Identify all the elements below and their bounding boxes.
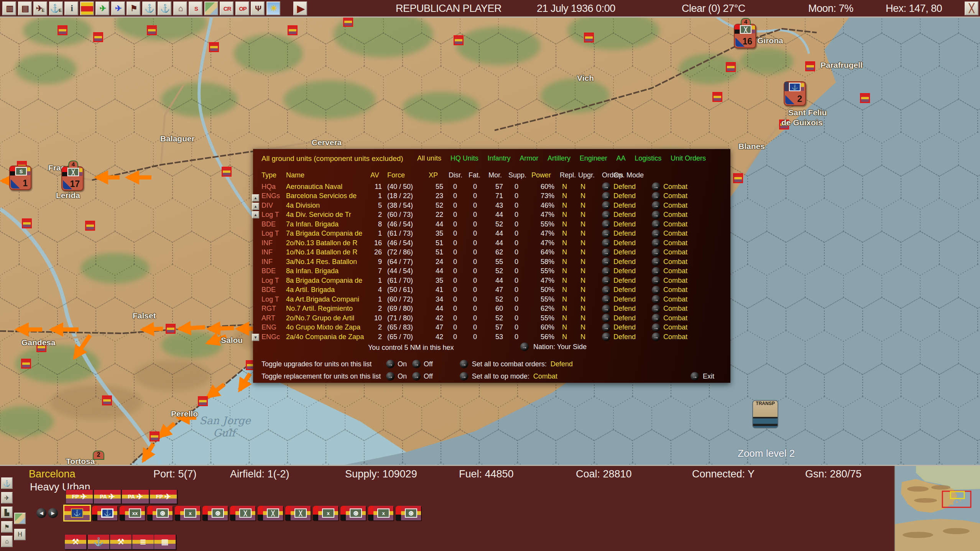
unit-replacements-flag[interactable]: N (560, 277, 578, 285)
unit-row[interactable]: DIV 4a Division 5 (38 / 54) 52 0 0 43 0 … (253, 201, 722, 210)
replacement-on-button[interactable]: → (386, 372, 395, 380)
unit-name[interactable]: 2o/No.7 Grupo de Artil (286, 314, 370, 322)
filter-tab[interactable]: AA (616, 154, 625, 162)
ground-unit-counter[interactable]: ⚓ (64, 506, 90, 520)
unit-opmode-value[interactable]: Combat (663, 239, 714, 247)
next-unit-button[interactable]: ▶ (48, 508, 58, 518)
unit-opmode-value[interactable]: Combat (663, 202, 714, 210)
orders-arrow-button[interactable]: → (602, 314, 610, 322)
off-label[interactable]: Off (424, 372, 433, 380)
town-flag-marker[interactable] (147, 25, 157, 35)
unit-replacements-flag[interactable]: N (560, 305, 578, 313)
air-unit-counter[interactable]: FP✈ (66, 489, 93, 504)
unit-replacements-flag[interactable]: N (560, 258, 578, 266)
unit-replacements-flag[interactable]: N (560, 183, 578, 191)
unit-upgrades-flag[interactable]: N (578, 248, 602, 256)
town-flag-marker[interactable] (21, 359, 31, 369)
opmode-arrow-button[interactable]: → (652, 295, 660, 303)
unit-opmode-value[interactable]: Combat (663, 192, 714, 200)
unit-name[interactable]: 2o/No.13 Batallon de R (286, 239, 370, 247)
opmode-arrow-button[interactable]: → (652, 192, 660, 200)
unit-replacements-flag[interactable]: N (560, 314, 578, 322)
unit-opmode-value[interactable]: Combat (663, 258, 714, 266)
town-flag-marker[interactable] (454, 35, 464, 45)
unit-name[interactable]: Barcelona Servicios de (286, 192, 370, 200)
unit-row[interactable]: Log T 8a Brigada Compania de 1 (61 / 70)… (253, 276, 722, 285)
air-doctrine-icon[interactable]: ✈E (33, 2, 47, 15)
unit-orders-value[interactable]: Defend (613, 323, 652, 331)
unit-name[interactable]: 4a Division (286, 202, 370, 210)
unit-upgrades-flag[interactable]: N (578, 314, 602, 322)
town-flag-marker[interactable] (726, 62, 736, 72)
unit-upgrades-flag[interactable]: N (578, 323, 602, 331)
unit-orders-value[interactable]: Defend (613, 277, 652, 285)
unit-upgrades-flag[interactable]: N (578, 267, 602, 275)
fraga-unit[interactable]: S 1 (9, 166, 31, 190)
prev-unit-button[interactable]: ◀ (36, 508, 46, 518)
set-opmode-value[interactable]: Combat (533, 372, 557, 380)
opmode-arrow-button[interactable]: → (652, 248, 660, 257)
town-flag-marker[interactable] (102, 395, 112, 405)
industry-icon[interactable]: ⌂ (173, 2, 187, 15)
unit-orders-value[interactable]: Defend (613, 333, 652, 341)
orders-arrow-button[interactable]: → (602, 182, 610, 191)
unit-orders-value[interactable]: Defend (613, 192, 652, 200)
spain-flag-icon[interactable] (80, 2, 94, 15)
unit-orders-value[interactable]: Defend (613, 314, 652, 322)
operations-icon[interactable]: OP (235, 2, 249, 15)
strategic-minimap[interactable] (894, 466, 980, 551)
town-flag-marker[interactable] (222, 167, 232, 177)
opmode-arrow-button[interactable]: → (652, 211, 660, 219)
unit-opmode-value[interactable]: Combat (663, 333, 714, 341)
unit-upgrades-flag[interactable]: N (578, 277, 602, 285)
unit-replacements-flag[interactable]: N (560, 239, 578, 247)
unit-replacements-flag[interactable]: N (560, 286, 578, 294)
unit-row[interactable]: HQa Aeronautica Naval 11 (40 / 50) 55 0 … (253, 182, 722, 192)
exit-button[interactable]: → Exit (691, 372, 714, 380)
transport-ship-counter[interactable]: TRANSP (752, 400, 778, 428)
orders-arrow-button[interactable]: → (602, 267, 610, 276)
filter-tab[interactable]: Engineer (580, 154, 607, 162)
unit-row[interactable]: Log T 4a Art.Brigada Compani 1 (60 / 72)… (253, 295, 722, 304)
end-turn-icon[interactable]: ▶ (293, 2, 307, 15)
town-flag-marker[interactable] (343, 17, 353, 27)
ground-unit-counter[interactable]: ╳ (285, 506, 311, 520)
orders-arrow-button[interactable]: → (602, 230, 610, 238)
unit-orders-value[interactable]: Defend (613, 248, 652, 256)
ground-unit-counter[interactable]: ⊛ (340, 506, 366, 520)
unit-name[interactable]: 8a Infan. Brigada (286, 267, 370, 275)
aircraft-tool-icon[interactable]: ✈ (1, 492, 13, 503)
orders-arrow-button[interactable]: → (602, 220, 610, 228)
town-flag-marker[interactable] (209, 42, 219, 52)
opmode-arrow-button[interactable]: → (652, 286, 660, 294)
unit-replacements-flag[interactable]: N (560, 230, 578, 238)
orders-arrow-button[interactable]: → (602, 239, 610, 247)
ground-unit-counter[interactable]: ⊛ (202, 506, 228, 520)
town-flag-marker[interactable] (22, 218, 32, 228)
signal-icon[interactable]: Ψ (251, 2, 265, 15)
orders-arrow-button[interactable]: → (602, 248, 610, 257)
orders-arrow-button[interactable]: → (602, 333, 610, 341)
unit-name[interactable]: 4a Art.Brigada Compani (286, 295, 370, 303)
orders-arrow-button[interactable]: → (602, 192, 610, 200)
unit-row[interactable]: BDE 7a Infan. Brigada 8 (46 / 54) 44 0 0… (253, 220, 722, 229)
unit-replacements-flag[interactable]: N (560, 192, 578, 200)
unit-row[interactable]: INF 3a/No.14 Res. Batallon 9 (64 / 77) 2… (253, 257, 722, 267)
air-unit-counter[interactable]: PA✈ (122, 489, 149, 504)
opmode-arrow-button[interactable]: → (652, 239, 660, 247)
town-flag-marker[interactable] (198, 396, 208, 406)
unit-upgrades-flag[interactable]: N (578, 183, 602, 191)
orders-arrow-button[interactable]: → (602, 257, 610, 266)
save-icon[interactable]: ▥ (2, 2, 16, 15)
replacement-off-button[interactable]: → (412, 372, 421, 380)
ground-unit-counter[interactable]: ╳ (230, 506, 255, 520)
town-flag-marker[interactable] (85, 221, 95, 231)
unit-upgrades-flag[interactable]: N (578, 202, 602, 210)
orders-arrow-button[interactable]: → (602, 286, 610, 294)
opmode-arrow-button[interactable]: → (652, 230, 660, 238)
town-flag-marker[interactable] (58, 25, 67, 35)
unit-orders-value[interactable]: Defend (613, 258, 652, 266)
opmode-arrow-button[interactable]: → (652, 305, 660, 313)
town-flag-marker[interactable] (93, 32, 103, 42)
ground-unit-counter[interactable]: xx (120, 506, 145, 520)
